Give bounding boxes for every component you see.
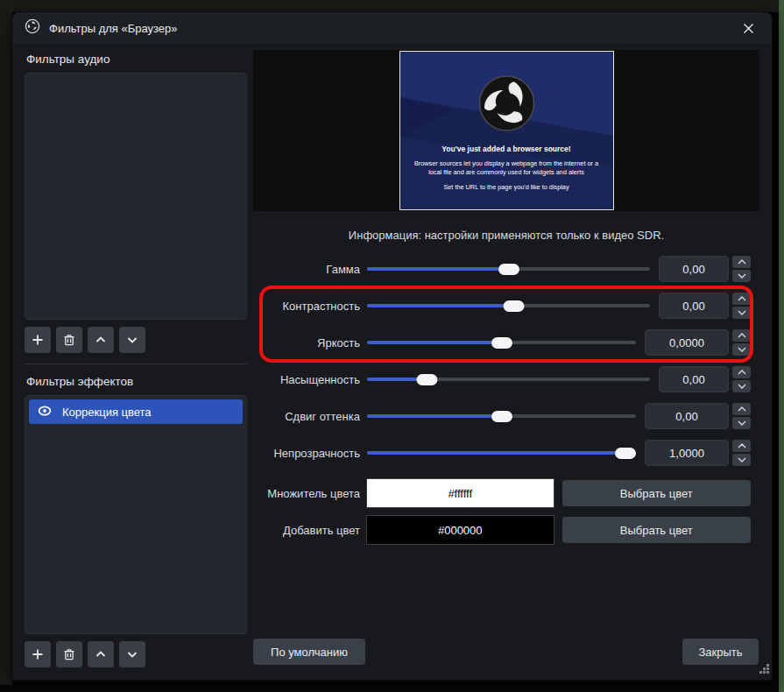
audio-filters-heading: Фильтры аудио: [26, 53, 247, 66]
spin-down-button[interactable]: [732, 343, 751, 356]
obs-logo-icon: [25, 18, 40, 38]
window-title: Фильтры для «Браузер»: [49, 22, 178, 35]
color-add-value-field[interactable]: #000000: [366, 515, 554, 545]
close-dialog-button[interactable]: Закрыть: [682, 639, 759, 665]
chevron-up-icon: [738, 259, 746, 265]
brightness-label: Яркость: [253, 336, 360, 350]
color-add-pick-button[interactable]: Выбрать цвет: [562, 517, 752, 543]
slider-handle[interactable]: [498, 264, 519, 275]
add-effect-filter-button[interactable]: [25, 641, 51, 667]
spin-up-button[interactable]: [732, 329, 751, 342]
slider-row-opacity: Непрозрачность 1,0000: [253, 434, 751, 471]
plus-icon: [32, 334, 44, 346]
chevron-down-icon: [738, 420, 746, 426]
move-down-audio-filter-button[interactable]: [119, 327, 145, 353]
color-multiply-pick-button[interactable]: Выбрать цвет: [562, 480, 752, 506]
slider-row-contrast: Контрастность 0,00: [253, 287, 751, 324]
chevron-down-icon: [126, 334, 138, 346]
audio-filters-list[interactable]: [25, 73, 247, 320]
spin-down-button[interactable]: [732, 417, 751, 429]
spin-down-button[interactable]: [732, 454, 751, 466]
chevron-up-icon: [95, 648, 107, 660]
titlebar[interactable]: Фильтры для «Браузер»: [12, 12, 772, 44]
sdr-info-text: Информация: настройки применяются только…: [253, 229, 759, 242]
filters-sidebar: Фильтры аудио Фильтры эффектов: [25, 51, 247, 667]
spin-down-button[interactable]: [732, 307, 751, 319]
preview-body-text: Browser sources let you display a webpag…: [407, 159, 606, 177]
color-multiply-label: Множитель цвета: [253, 487, 360, 500]
saturation-slider[interactable]: [367, 372, 650, 386]
contrast-label: Контрастность: [253, 300, 360, 313]
preview-footer-text: Set the URL to the page you'd like to di…: [400, 183, 613, 191]
filter-settings-panel: You've just added a browser source! Brow…: [253, 50, 759, 667]
desktop-background-band: [779, 0, 784, 692]
filters-dialog-window: Фильтры для «Браузер» Фильтры аудио: [12, 12, 772, 680]
slider-handle[interactable]: [615, 448, 636, 459]
chevron-up-icon: [738, 370, 746, 375]
slider-handle[interactable]: [491, 337, 512, 349]
filter-item-label: Коррекция цвета: [62, 406, 152, 419]
remove-audio-filter-button[interactable]: [56, 327, 82, 353]
close-icon[interactable]: [737, 17, 759, 39]
eye-icon[interactable]: [38, 406, 52, 419]
effect-filters-heading: Фильтры эффектов: [26, 375, 247, 388]
opacity-value-field[interactable]: 1,0000: [645, 440, 729, 466]
gamma-value-field[interactable]: 0,00: [659, 256, 729, 282]
slider-handle[interactable]: [503, 300, 524, 312]
slider-row-hue-shift: Сдвиг оттенка 0,00: [253, 398, 751, 434]
chevron-up-icon: [738, 296, 746, 301]
effect-filters-toolbar: [25, 641, 247, 667]
spin-down-button[interactable]: [732, 380, 751, 392]
opacity-label: Непрозрачность: [253, 447, 360, 460]
slider-handle[interactable]: [417, 374, 438, 385]
slider-row-gamma: Гамма 0,00: [253, 251, 751, 287]
slider-track[interactable]: [367, 451, 636, 455]
trash-icon: [63, 334, 75, 346]
contrast-value-field[interactable]: 0,00: [659, 293, 729, 319]
slider-handle[interactable]: [491, 411, 512, 422]
chevron-up-icon: [738, 443, 746, 448]
chevron-down-icon: [738, 384, 746, 389]
hue-shift-value-field[interactable]: 0,00: [645, 403, 729, 429]
hue-shift-label: Сдвиг оттенка: [253, 410, 360, 423]
remove-effect-filter-button[interactable]: [56, 641, 82, 667]
move-up-audio-filter-button[interactable]: [88, 327, 114, 353]
highlighted-rows-wrap: Контрастность 0,00 Яркость: [253, 287, 751, 361]
source-preview: You've just added a browser source! Brow…: [399, 51, 614, 210]
chevron-down-icon: [738, 457, 746, 463]
brightness-slider[interactable]: [367, 335, 636, 350]
spin-up-button[interactable]: [732, 440, 751, 452]
desktop-background-top: [0, 0, 784, 12]
audio-filters-toolbar: [25, 327, 247, 353]
resize-grip-icon[interactable]: [759, 662, 770, 678]
color-multiply-value-field[interactable]: #ffffff: [366, 478, 554, 508]
spin-up-button[interactable]: [732, 366, 751, 378]
slider-track[interactable]: [367, 378, 650, 381]
gamma-slider[interactable]: [367, 262, 650, 276]
spin-up-button[interactable]: [732, 293, 751, 305]
brightness-value-field[interactable]: 0,0000: [645, 329, 729, 356]
desktop-background-left: [0, 0, 12, 685]
saturation-value-field[interactable]: 0,00: [659, 366, 729, 392]
gamma-label: Гамма: [253, 263, 360, 276]
sidebar-divider: [25, 364, 247, 364]
defaults-button[interactable]: По умолчанию: [253, 639, 365, 665]
hue-shift-slider[interactable]: [367, 409, 636, 423]
move-down-effect-filter-button[interactable]: [119, 641, 145, 667]
opacity-slider[interactable]: [367, 446, 636, 460]
effect-filters-list[interactable]: Коррекция цвета: [25, 395, 247, 634]
preview-headline: You've just added a browser source!: [400, 145, 613, 153]
spin-up-button[interactable]: [732, 403, 751, 415]
spin-up-button[interactable]: [732, 256, 751, 268]
color-multiply-row: Множитель цвета #ffffff Выбрать цвет: [253, 478, 751, 508]
contrast-slider[interactable]: [367, 299, 650, 313]
spin-down-button[interactable]: [732, 270, 751, 282]
chevron-down-icon: [738, 273, 746, 279]
add-audio-filter-button[interactable]: [25, 327, 51, 353]
preview-area: You've just added a browser source! Brow…: [253, 50, 759, 211]
color-add-row: Добавить цвет #000000 Выбрать цвет: [253, 515, 751, 545]
chevron-up-icon: [95, 334, 107, 346]
plus-icon: [32, 648, 44, 660]
filter-item-color-correction[interactable]: Коррекция цвета: [29, 399, 243, 424]
move-up-effect-filter-button[interactable]: [88, 641, 114, 667]
